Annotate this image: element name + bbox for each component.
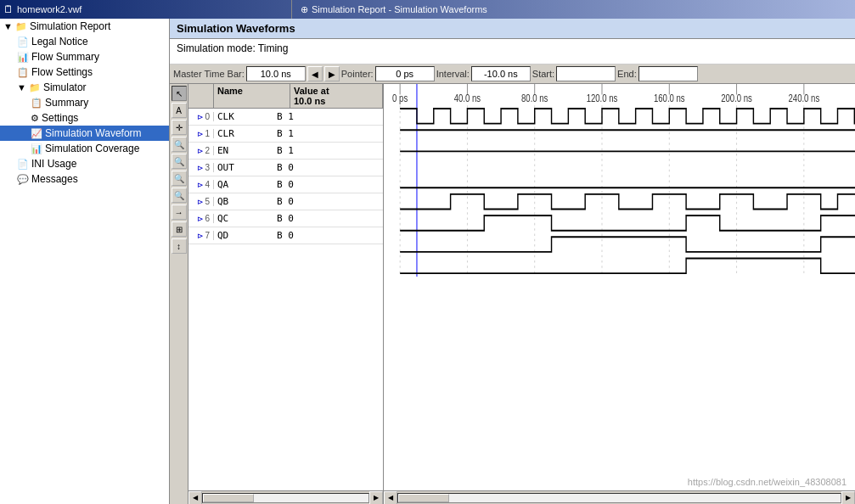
folder-icon: 📁 (15, 21, 27, 32)
master-time-bar-input[interactable] (246, 66, 306, 81)
sidebar-item-settings[interactable]: ⚙ Settings (0, 110, 169, 126)
search-btn[interactable]: 🔍 (172, 171, 187, 186)
wave-scroll-right[interactable]: ▶ (841, 491, 855, 505)
end-input[interactable] (638, 66, 698, 81)
expand-icon: ▼ (3, 21, 13, 31)
signal-idx: ⊳1 (188, 129, 214, 138)
sidebar-item-messages[interactable]: 💬 Messages (0, 171, 169, 187)
sidebar-item-legal-notice[interactable]: 📄 Legal Notice (0, 34, 169, 49)
bottom-scroll: ◀ ▶ ◀ ▶ (188, 490, 855, 504)
svg-text:80.0 ns: 80.0 ns (521, 92, 548, 104)
sidebar-label-simulation-report: Simulation Report (30, 20, 110, 32)
tools-panel: ↖ A ✛ 🔍 🔍 🔍 🔍 → ⊞ ↕ (170, 84, 188, 504)
idx-header (188, 84, 214, 108)
signal-scroll-thumb[interactable] (203, 494, 254, 502)
sim-mode-text: Simulation mode: Timing (177, 42, 288, 54)
svg-text:40.0 ns: 40.0 ns (454, 92, 481, 104)
signal-row[interactable]: ⊳5QBB 0 (188, 193, 383, 210)
sidebar-item-simulation-waveform[interactable]: 📈 Simulation Waveform (0, 126, 169, 141)
zoom-out-btn[interactable]: 🔍 (172, 154, 187, 169)
signal-scroll-right[interactable]: ▶ (369, 491, 383, 505)
svg-text:0 ps: 0 ps (392, 92, 408, 104)
chart-icon: 📊 (17, 52, 29, 63)
svg-text:240.0 ns: 240.0 ns (789, 92, 820, 104)
interval-label: Interval: (436, 69, 470, 79)
signal-scroll-left[interactable]: ◀ (188, 491, 202, 505)
settings-icon: 📋 (17, 67, 29, 78)
signal-type-icon: ⊳ (197, 181, 204, 189)
sim-mode-bar: Simulation mode: Timing (170, 39, 855, 64)
signal-list: Name Value at10.0 ns ⊳0CLKB 1⊳1CLRB 1⊳2E… (188, 84, 384, 490)
text-tool-btn[interactable]: A (172, 103, 187, 118)
signal-type-icon: ⊳ (197, 147, 204, 155)
wave-scroll-track[interactable] (397, 493, 841, 503)
wave-hscroll: ◀ ▶ (384, 491, 855, 505)
signal-row[interactable]: ⊳2ENB 1 (188, 143, 383, 160)
pointer-label: Pointer: (341, 69, 374, 79)
sidebar-label-simulation-waveform: Simulation Waveform (45, 127, 142, 139)
signal-name: OUT (214, 162, 273, 173)
sidebar-item-flow-summary[interactable]: 📊 Flow Summary (0, 49, 169, 64)
signal-row[interactable]: ⊳3OUTB 0 (188, 160, 383, 176)
signal-name: QA (214, 179, 273, 190)
cursor-tool-btn[interactable]: ↖ (172, 86, 187, 101)
content-area: Simulation Waveforms Simulation mode: Ti… (170, 19, 855, 504)
value-header: Value at10.0 ns (290, 84, 383, 108)
interval-input[interactable] (471, 66, 531, 81)
signal-row[interactable]: ⊳1CLRB 1 (188, 126, 383, 143)
signal-row[interactable]: ⊳6QCB 0 (188, 210, 383, 227)
waveform-icon: 📈 (31, 128, 42, 139)
sidebar-label-summary: Summary (45, 97, 88, 109)
signal-value: B 1 (273, 128, 383, 139)
signal-row[interactable]: ⊳0CLKB 1 (188, 109, 383, 126)
sidebar-item-summary[interactable]: 📋 Summary (0, 95, 169, 110)
grid-btn[interactable]: ⊞ (172, 221, 187, 237)
sidebar-label-settings: Settings (42, 112, 78, 124)
signal-value: B 0 (273, 213, 383, 224)
signal-idx: ⊳6 (188, 214, 214, 223)
svg-text:200.0 ns: 200.0 ns (721, 92, 752, 104)
signal-rows-container: ⊳0CLKB 1⊳1CLRB 1⊳2ENB 1⊳3OUTB 0⊳4QAB 0⊳5… (188, 109, 383, 244)
signal-row[interactable]: ⊳4QAB 0 (188, 176, 383, 193)
signal-idx: ⊳0 (188, 112, 214, 121)
sidebar-item-simulator[interactable]: ▼ 📁 Simulator (0, 80, 169, 95)
pointer-input[interactable] (375, 66, 435, 81)
messages-icon: 💬 (17, 174, 29, 185)
waveform-svg: 0 ps40.0 ns80.0 ns120.0 ns160.0 ns200.0 … (384, 84, 855, 490)
sort-btn[interactable]: ↕ (172, 238, 187, 254)
signal-scroll-track[interactable] (202, 493, 369, 503)
signal-name: EN (214, 145, 273, 156)
signal-idx: ⊳4 (188, 180, 214, 189)
waveform-container: ↖ A ✛ 🔍 🔍 🔍 🔍 → ⊞ ↕ (170, 84, 855, 504)
time-fwd-btn[interactable]: ▶ (324, 66, 340, 81)
search2-btn[interactable]: 🔍 (172, 188, 187, 203)
sidebar-item-simulation-coverage[interactable]: 📊 Simulation Coverage (0, 141, 169, 156)
signal-value: B 1 (273, 111, 383, 122)
signal-name: QB (214, 196, 273, 207)
signal-name: QD (214, 230, 273, 241)
gear-icon: ⚙ (31, 113, 39, 124)
start-input[interactable] (556, 66, 616, 81)
signal-name: CLR (214, 128, 273, 139)
sidebar-label-legal-notice: Legal Notice (31, 36, 88, 48)
sidebar-item-simulation-report[interactable]: ▼ 📁 Simulation Report (0, 19, 169, 34)
signal-value: B 0 (273, 179, 383, 190)
sidebar-item-ini-usage[interactable]: 📄 INI Usage (0, 156, 169, 171)
arrow-btn[interactable]: → (172, 204, 187, 220)
zoom-in-btn[interactable]: 🔍 (172, 137, 187, 152)
signal-value: B 0 (273, 162, 383, 173)
name-header: Name (214, 84, 290, 108)
sidebar-item-flow-settings[interactable]: 📋 Flow Settings (0, 64, 169, 80)
crosshair-tool-btn[interactable]: ✛ (172, 120, 187, 135)
content-title: Simulation Waveforms (177, 22, 295, 35)
signal-hscroll: ◀ ▶ (188, 491, 384, 505)
signal-idx: ⊳5 (188, 197, 214, 206)
signal-value: B 0 (273, 196, 383, 207)
content-header: Simulation Waveforms (170, 19, 855, 39)
time-back-btn[interactable]: ◀ (307, 66, 323, 81)
waveform-display[interactable]: 0 ps40.0 ns80.0 ns120.0 ns160.0 ns200.0 … (384, 84, 855, 490)
signal-row[interactable]: ⊳7QDB 0 (188, 227, 383, 244)
wave-scroll-thumb[interactable] (398, 494, 449, 502)
signal-list-header: Name Value at10.0 ns (188, 84, 383, 109)
wave-scroll-left[interactable]: ◀ (384, 491, 397, 505)
